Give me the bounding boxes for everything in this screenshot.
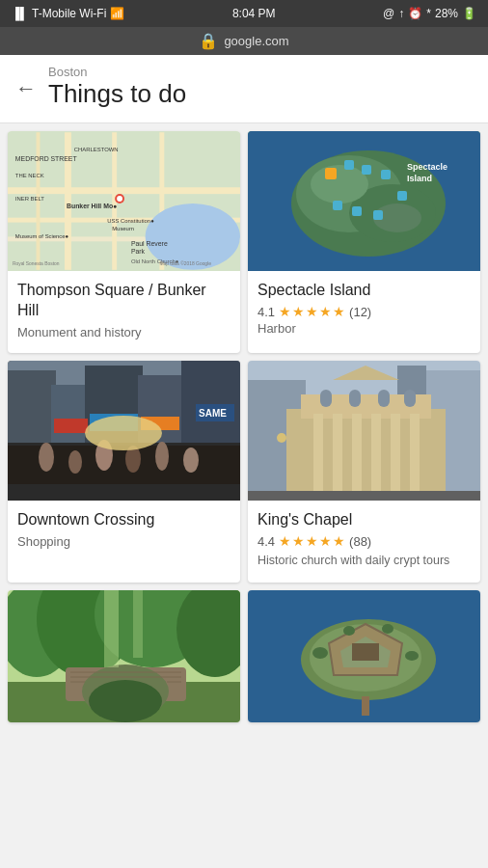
card-image-park <box>8 590 240 722</box>
card-subtitle-spectacle: Harbor <box>258 321 471 336</box>
signal-icon: ▐▌ <box>12 7 28 20</box>
svg-rect-34 <box>333 201 342 210</box>
svg-point-28 <box>311 165 368 203</box>
location-icon: ↑ <box>398 7 404 20</box>
card-image-spectacle: Spectacle Island <box>248 131 480 271</box>
card-subtitle-thompson: Monument and history <box>17 325 230 339</box>
rating-row-chapel: 4.4 ★ ★ ★ ★ ★ (88) <box>258 534 471 549</box>
svg-rect-37 <box>397 191 407 201</box>
status-right: @ ↑ ⏰ * 28% 🔋 <box>383 7 476 20</box>
star-5: ★ <box>333 305 345 318</box>
svg-text:Spectacle: Spectacle <box>407 162 447 172</box>
chapel-star-2: ★ <box>292 534 305 548</box>
card-image-fort <box>248 590 480 722</box>
svg-rect-68 <box>333 414 342 501</box>
card-title-thompson: Thompson Square / Bunker Hill <box>17 281 230 321</box>
svg-rect-67 <box>313 414 323 501</box>
breadcrumb: Boston <box>48 65 186 79</box>
svg-rect-35 <box>352 206 362 216</box>
star-2: ★ <box>292 305 305 318</box>
rating-num-chapel: 4.4 <box>258 534 275 549</box>
svg-text:Museum: Museum <box>112 227 134 232</box>
svg-point-55 <box>155 442 169 471</box>
svg-point-23 <box>117 196 122 202</box>
card-title-chapel: King's Chapel <box>258 510 471 530</box>
svg-text:Paul Revere: Paul Revere <box>131 240 168 247</box>
svg-rect-75 <box>378 390 390 407</box>
svg-text:THE NECK: THE NECK <box>15 174 44 179</box>
svg-text:Map data ©2018 Google: Map data ©2018 Google <box>159 260 211 266</box>
card-spectacle-island[interactable]: Spectacle Island Spectacle Island 4.1 ★ … <box>248 131 480 353</box>
status-bar: ▐▌ T-Mobile Wi-Fi 📶 8:04 PM @ ↑ ⏰ * 28% … <box>0 0 488 27</box>
star-3: ★ <box>306 305 318 318</box>
stars-spectacle: ★ ★ ★ ★ ★ <box>279 305 345 318</box>
card-desc-chapel: Historic church with daily crypt tours <box>258 553 471 570</box>
card-image-chapel <box>248 361 480 501</box>
svg-rect-73 <box>320 390 332 407</box>
back-button[interactable]: ← <box>15 78 37 99</box>
card-title-downtown: Downtown Crossing <box>17 510 230 530</box>
card-thompson-square[interactable]: MEDFORD STREET THE NECK CHARLESTOWN INER… <box>8 131 240 353</box>
status-time: 8:04 PM <box>232 7 276 20</box>
card-kings-chapel[interactable]: King's Chapel 4.4 ★ ★ ★ ★ ★ (88) Histori… <box>248 361 480 583</box>
card-body-chapel: King's Chapel 4.4 ★ ★ ★ ★ ★ (88) Histori… <box>248 501 480 583</box>
card-body-thompson: Thompson Square / Bunker Hill Monument a… <box>8 271 240 353</box>
svg-point-51 <box>39 443 54 472</box>
card-park[interactable] <box>8 590 240 722</box>
card-subtitle-downtown: Shopping <box>17 534 230 549</box>
svg-rect-76 <box>404 390 416 407</box>
svg-text:USS Constitution●: USS Constitution● <box>107 218 154 224</box>
svg-point-104 <box>382 624 393 634</box>
svg-text:INER BELT: INER BELT <box>15 196 44 202</box>
svg-rect-74 <box>349 390 361 407</box>
star-1: ★ <box>279 305 291 318</box>
url-text: google.com <box>224 34 288 48</box>
svg-rect-72 <box>410 414 420 501</box>
review-count-spectacle: (12) <box>349 305 371 319</box>
svg-text:Park: Park <box>131 248 146 255</box>
at-icon: @ <box>383 7 394 20</box>
svg-text:Bunker Hill Mo●: Bunker Hill Mo● <box>67 203 117 209</box>
svg-rect-36 <box>373 210 383 220</box>
card-image-downtown: SAME <box>8 361 240 501</box>
svg-rect-100 <box>352 643 379 661</box>
svg-rect-92 <box>104 590 119 667</box>
svg-rect-33 <box>381 170 391 179</box>
svg-text:CHARLESTOWN: CHARLESTOWN <box>74 147 119 152</box>
page-title: Things to do <box>48 79 186 109</box>
svg-text:Museum of Science●: Museum of Science● <box>15 234 69 240</box>
card-body-downtown: Downtown Crossing Shopping <box>8 501 240 562</box>
svg-point-78 <box>277 433 286 443</box>
card-fort-island[interactable] <box>248 590 480 722</box>
battery-label: 28% <box>435 7 458 20</box>
cards-grid: MEDFORD STREET THE NECK CHARLESTOWN INER… <box>0 123 488 730</box>
svg-point-52 <box>68 450 82 474</box>
svg-rect-47 <box>54 419 88 433</box>
alarm-icon: ⏰ <box>408 7 422 20</box>
card-title-spectacle: Spectacle Island <box>258 281 471 301</box>
svg-point-101 <box>312 647 328 659</box>
rating-row-spectacle: 4.1 ★ ★ ★ ★ ★ (12) <box>258 305 471 319</box>
svg-point-102 <box>405 651 419 661</box>
svg-point-57 <box>85 416 162 450</box>
svg-rect-31 <box>344 160 354 170</box>
wifi-icon: 📶 <box>110 7 124 20</box>
svg-rect-64 <box>286 409 446 501</box>
svg-rect-105 <box>362 696 369 716</box>
svg-text:SAME: SAME <box>199 408 227 419</box>
bluetooth-icon: * <box>426 7 431 20</box>
svg-rect-4 <box>65 132 71 270</box>
card-downtown-crossing[interactable]: SAME Downtown Crossing Shopping <box>8 361 240 583</box>
svg-rect-1 <box>8 187 240 194</box>
card-image-map: MEDFORD STREET THE NECK CHARLESTOWN INER… <box>8 131 240 271</box>
svg-rect-70 <box>371 414 381 501</box>
svg-point-56 <box>183 448 199 473</box>
chapel-star-1: ★ <box>279 534 291 548</box>
carrier-label: T-Mobile Wi-Fi <box>32 7 106 20</box>
card-body-spectacle: Spectacle Island 4.1 ★ ★ ★ ★ ★ (12) Harb… <box>248 271 480 349</box>
header: ← Boston Things to do <box>0 55 488 123</box>
svg-point-103 <box>343 626 355 636</box>
url-bar[interactable]: 🔒 google.com <box>0 27 488 55</box>
svg-rect-32 <box>362 165 371 175</box>
battery-icon: 🔋 <box>462 7 476 20</box>
